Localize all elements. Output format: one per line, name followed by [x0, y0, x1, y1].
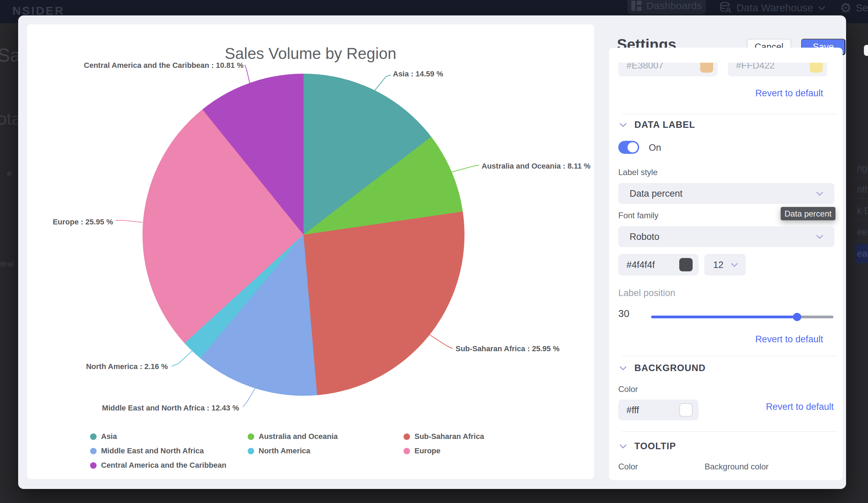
- font-family-select[interactable]: Roboto: [618, 226, 835, 247]
- slider-fill: [651, 316, 797, 318]
- chart-settings-modal: Sales Volume by Region Asia : 14.59 %Aus…: [18, 16, 846, 489]
- pie-data-label: Central America and the Caribbean : 10.8…: [84, 61, 244, 70]
- tooltip-background-color-label: Background color: [705, 462, 769, 472]
- legend-item[interactable]: Middle East and North Africa: [90, 446, 248, 455]
- dashboards-grid-icon: [631, 1, 642, 11]
- pie-chart[interactable]: [143, 74, 465, 396]
- dimmed-central-fragment: ntral: [0, 260, 14, 268]
- series-color-value-2: #FFD422: [736, 63, 775, 71]
- data-label-section-header[interactable]: DATA LABEL: [619, 120, 695, 130]
- data-label-header-text: DATA LABEL: [634, 120, 695, 130]
- legend-color-dot: [248, 448, 254, 454]
- chevron-down-icon: [816, 234, 824, 239]
- legend-item[interactable]: Australia and Oceania: [248, 432, 403, 441]
- chevron-down-icon: [619, 366, 627, 370]
- label-position-label: Label position: [618, 288, 675, 298]
- section-divider: [622, 114, 837, 114]
- dimmed-bullet-dot: [7, 171, 12, 176]
- toggle-knob: [628, 142, 638, 153]
- legend-item[interactable]: Central America and the Caribbean: [90, 461, 248, 470]
- pie-data-label: North America : 2.16 %: [86, 362, 168, 371]
- revert-to-default-link-data-label[interactable]: Revert to default: [755, 334, 823, 345]
- dimmed-menu-divider: [856, 241, 868, 241]
- slider-thumb[interactable]: [793, 313, 801, 321]
- background-color-label: Color: [618, 384, 638, 394]
- legend-label: Europe: [414, 446, 441, 455]
- font-color-input[interactable]: #4f4f4f: [618, 254, 699, 276]
- label-style-label: Label style: [618, 167, 658, 177]
- settings-scroll-card: #E38007 #FFD422 Revert to default DATA L…: [609, 48, 843, 480]
- label-position-slider[interactable]: [651, 313, 834, 321]
- background-color-swatch[interactable]: [679, 403, 693, 417]
- dimmed-menu-item: nge: [857, 163, 868, 174]
- legend-color-dot: [90, 448, 96, 454]
- legend-color-dot: [403, 433, 410, 440]
- tooltip-header-text: TOOLTIP: [634, 441, 676, 452]
- legend-label: Central America and the Caribbean: [101, 461, 226, 470]
- section-divider: [622, 356, 837, 356]
- chevron-down-icon: [619, 123, 627, 127]
- dimmed-menu-item: nth: [857, 184, 868, 195]
- chevron-down-icon: [818, 6, 826, 10]
- dimmed-menu-divider: [856, 198, 868, 199]
- font-family-label: Font family: [618, 211, 658, 220]
- section-divider: [622, 431, 837, 432]
- series-color-input-2[interactable]: #FFD422: [728, 63, 827, 76]
- font-size-value: 12: [713, 259, 723, 270]
- gear-icon: ⚙: [840, 1, 851, 14]
- legend-item[interactable]: Asia: [90, 432, 248, 441]
- pie-data-label: Asia : 14.59 %: [393, 70, 443, 79]
- chart-title: Sales Volume by Region: [27, 44, 594, 63]
- dimmed-menu-item: eek: [857, 227, 868, 237]
- pie-data-label: Europe : 25.95 %: [53, 218, 113, 226]
- pie-data-label: Sub-Saharan Africa : 25.95 %: [456, 345, 560, 353]
- nav-settings-button[interactable]: ⚙ Se: [840, 1, 868, 15]
- series-color-value-1: #E38007: [627, 63, 663, 71]
- legend-item[interactable]: Europe: [403, 446, 547, 455]
- series-colors-row: #E38007 #FFD422: [618, 63, 837, 84]
- legend-color-dot: [403, 448, 410, 454]
- font-color-swatch[interactable]: [679, 258, 693, 271]
- legend-item[interactable]: North America: [248, 446, 403, 455]
- legend-label: Middle East and North Africa: [101, 446, 204, 455]
- nav-data-warehouse-label: Data Warehouse: [736, 2, 813, 14]
- chevron-down-icon: [731, 263, 738, 267]
- chart-legend: AsiaAustralia and OceaniaSub-Saharan Afr…: [90, 432, 547, 470]
- pie-data-label: Australia and Oceania : 8.11 %: [482, 162, 590, 171]
- legend-item[interactable]: Sub-Saharan Africa: [403, 432, 547, 441]
- data-label-toggle[interactable]: [618, 141, 639, 154]
- nav-dashboards-label: Dashboards: [647, 0, 702, 12]
- revert-to-default-link-background[interactable]: Revert to default: [766, 402, 834, 412]
- dimmed-menu-item-highlighted: ear: [855, 244, 868, 263]
- chevron-down-icon: [619, 444, 627, 449]
- background-color-input[interactable]: #fff: [618, 400, 699, 420]
- legend-color-dot: [248, 433, 254, 440]
- legend-label: North America: [259, 446, 310, 455]
- legend-label: Sub-Saharan Africa: [414, 432, 484, 441]
- series-color-input-1[interactable]: #E38007: [618, 63, 717, 76]
- tooltip-section-header[interactable]: TOOLTIP: [619, 441, 676, 452]
- nav-settings-label-partial: Se: [856, 2, 868, 14]
- dimmed-menu-divider: [856, 177, 868, 177]
- dimmed-menu-item: k D: [857, 206, 868, 216]
- label-style-tooltip: Data percent: [781, 207, 836, 220]
- nav-data-warehouse-button[interactable]: Data Warehouse: [719, 1, 826, 15]
- chevron-down-icon: [816, 191, 824, 196]
- background-color-value: #fff: [627, 405, 639, 415]
- dimmed-panel-fragment: [864, 45, 868, 56]
- background-header-text: BACKGROUND: [634, 363, 706, 373]
- series-color-swatch-2[interactable]: [810, 63, 823, 73]
- database-icon: [719, 2, 732, 14]
- legend-label: Australia and Oceania: [259, 432, 338, 441]
- toggle-state-label: On: [649, 143, 661, 153]
- font-size-select[interactable]: 12: [704, 254, 746, 276]
- label-style-value: Data percent: [630, 188, 683, 199]
- series-color-swatch-1[interactable]: [700, 63, 713, 73]
- background-section-header[interactable]: BACKGROUND: [619, 363, 706, 373]
- label-style-select[interactable]: Data percent: [618, 183, 835, 204]
- legend-color-dot: [90, 433, 96, 440]
- label-position-value: 30: [618, 308, 629, 319]
- nav-dashboards-button[interactable]: Dashboards: [628, 0, 706, 14]
- revert-to-default-link-series[interactable]: Revert to default: [755, 88, 823, 99]
- chart-preview-card: Sales Volume by Region Asia : 14.59 %Aus…: [27, 24, 594, 479]
